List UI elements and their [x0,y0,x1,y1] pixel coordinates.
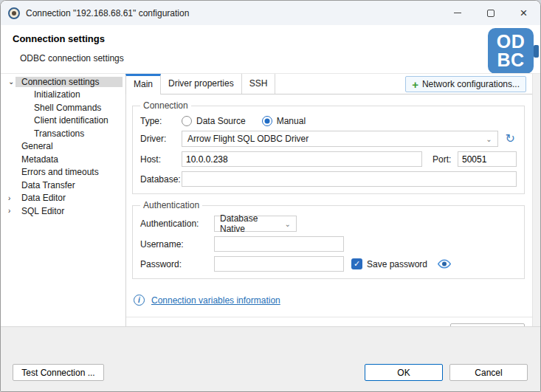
sidebar-item-label: SQL Editor [15,206,64,216]
plus-icon: + [412,79,418,90]
username-row: Username: [140,236,517,252]
refresh-driver-icon[interactable]: ↻ [506,133,515,145]
ok-button[interactable]: OK [365,364,443,381]
footer-buttons: OK Cancel [365,364,528,381]
close-icon: × [520,7,528,19]
page-title: Connection settings [13,33,105,44]
sidebar-item-label: Errors and timeouts [15,167,99,177]
database-label: Database: [140,174,182,185]
sidebar-item-label: Data Editor [15,193,66,203]
save-password-checkbox[interactable]: ✓ [351,258,362,269]
settings-tree: ⌄ Connection settings Initialization She… [1,74,126,326]
minimize-icon [454,13,461,13]
odbc-logo: OD BC [488,28,534,74]
odbc-logo-line2: BC [497,51,524,69]
content-right-gutter [532,74,540,326]
sidebar-item-errors-and-timeouts[interactable]: Errors and timeouts [1,166,125,179]
odbc-logo-tab [534,45,539,58]
info-icon: i [134,295,145,306]
dialog-header: Connection settings ODBC connection sett… [1,25,540,73]
driver-row: Driver: Arrow Flight SQL ODBC Driver ⌄ ↻ [140,131,517,147]
sidebar-item-initialization[interactable]: Initialization [1,89,125,102]
check-icon: ✓ [354,259,360,269]
sidebar-item-client-identification[interactable]: Client identification [1,114,125,128]
sidebar-item-label: Transactions [15,128,84,139]
sidebar-item-label: Metadata [15,154,58,165]
sidebar-item-data-editor[interactable]: › Data Editor [1,192,125,205]
radio-off-icon [182,116,192,126]
show-password-eye-icon[interactable] [438,259,451,269]
tab-bar: Main Driver properties SSH + Network con… [126,74,532,94]
driver-label: Driver: [140,134,182,144]
authentication-select[interactable]: Database Native ⌄ [214,216,297,232]
host-label: Host: [140,154,182,165]
connection-variables-row: i Connection variables information [134,295,532,306]
password-row: Password: ✓ Save password [140,256,517,272]
sidebar-item-label: Client identification [15,115,108,125]
network-configurations-label: Network configurations... [422,79,520,89]
maximize-button[interactable] [474,1,507,25]
odbc-logo-line1: OD [497,32,526,51]
chevron-right-icon[interactable]: › [1,194,15,202]
chevron-down-icon[interactable]: ⌄ [1,78,15,86]
host-input[interactable] [182,151,422,167]
sidebar-item-label: Connection settings [15,77,123,87]
authentication-label: Authentication: [140,219,214,229]
save-password-label: Save password [367,259,427,269]
radio-manual[interactable]: Manual [262,116,306,126]
network-configurations-button[interactable]: + Network configurations... [405,76,526,92]
chevron-down-icon: ⌄ [478,135,492,143]
sidebar-item-label: General [15,141,53,151]
sidebar-item-general[interactable]: General [1,140,125,154]
username-label: Username: [140,239,214,250]
sidebar-item-label: Initialization [15,89,80,100]
dialog-footer: Test Connection ... OK Cancel [1,326,540,391]
main-tab-panel: Connection Type: Data Source Manual [126,94,532,326]
username-input[interactable] [214,236,344,252]
connection-group-legend: Connection [140,100,191,111]
radio-data-source[interactable]: Data Source [182,116,246,126]
test-connection-button[interactable]: Test Connection ... [13,364,104,381]
driver-select-value: Arrow Flight SQL ODBC Driver [187,134,309,144]
chevron-down-icon: ⌄ [278,220,291,228]
connection-variables-link[interactable]: Connection variables information [151,295,280,306]
page-subtitle: ODBC connection settings [20,53,124,63]
password-input[interactable] [214,256,344,272]
authentication-group: Authentication Authentication: Database … [132,200,525,279]
chevron-right-icon[interactable]: › [1,207,15,215]
authentication-row: Authentication: Database Native ⌄ [140,216,517,232]
tab-driver-properties[interactable]: Driver properties [161,74,242,94]
authentication-group-legend: Authentication [140,200,202,210]
sidebar-item-label: Data Transfer [15,180,75,190]
sidebar-item-transactions[interactable]: Transactions [1,127,125,140]
window-controls: × [441,1,540,25]
tab-ssh[interactable]: SSH [242,74,276,94]
main-area: ⌄ Connection settings Initialization She… [1,73,540,326]
cancel-button[interactable]: Cancel [449,364,528,381]
connection-config-dialog: Connection "192.168.68.61" configuration… [0,0,541,392]
tab-content-area: Main Driver properties SSH + Network con… [126,74,532,326]
close-button[interactable]: × [507,1,540,25]
authentication-select-value: Database Native [220,213,278,234]
window-title: Connection "192.168.68.61" configuration [26,8,189,18]
connection-group: Connection Type: Data Source Manual [132,100,525,194]
tab-main[interactable]: Main [125,74,161,94]
database-row: Database: [140,171,517,187]
maximize-icon [487,10,495,17]
password-label: Password: [140,259,214,269]
app-icon [8,7,20,19]
sidebar-item-data-transfer[interactable]: Data Transfer [1,179,125,192]
driver-select[interactable]: Arrow Flight SQL ODBC Driver ⌄ [182,131,498,147]
title-bar: Connection "192.168.68.61" configuration… [1,1,540,25]
minimize-button[interactable] [441,1,474,25]
port-input[interactable] [458,151,517,167]
host-row: Host: Port: [140,151,517,167]
type-label: Type: [140,116,182,126]
database-input[interactable] [182,171,517,187]
sidebar-item-shell-commands[interactable]: Shell Commands [1,101,125,114]
radio-data-source-label: Data Source [196,116,246,126]
sidebar-item-metadata[interactable]: Metadata [1,153,125,166]
sidebar-item-sql-editor[interactable]: › SQL Editor [1,204,125,218]
sidebar-item-connection-settings[interactable]: ⌄ Connection settings [1,75,125,89]
sidebar-item-label: Shell Commands [15,103,101,113]
